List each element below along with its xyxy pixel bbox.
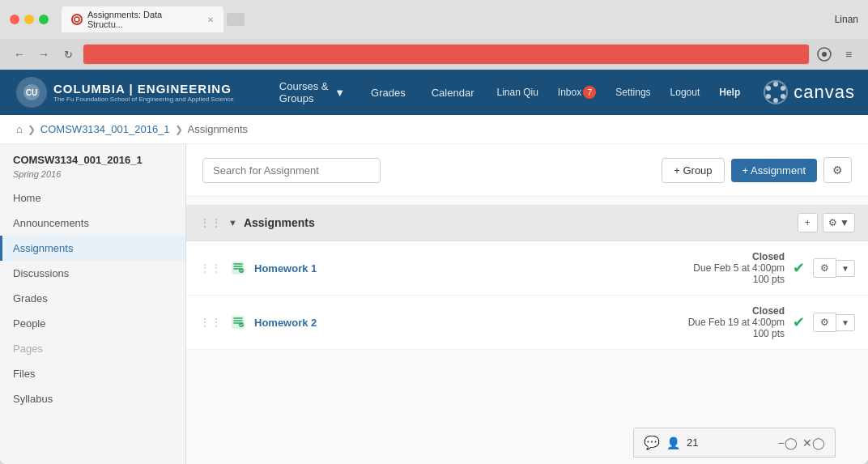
inbox-badge: 7 xyxy=(583,86,596,99)
sidebar-item-discussions[interactable]: Discussions xyxy=(0,261,185,286)
assignment-due: Due Feb 19 at 4:00pm xyxy=(639,317,785,328)
breadcrumb-sep-2: ❯ xyxy=(175,124,183,135)
add-group-button[interactable]: + Group xyxy=(662,158,724,183)
brand-text: COLUMBIA | ENGINEERING The Fu Foundation… xyxy=(53,82,234,104)
menu-icon[interactable]: ≡ xyxy=(839,45,858,64)
svg-point-6 xyxy=(773,82,778,87)
assignment-check-icon: ✔ xyxy=(793,259,805,277)
nav-courses-groups[interactable]: Courses & Groups ▼ xyxy=(266,70,358,115)
fullscreen-button[interactable] xyxy=(39,15,49,24)
content-area: + Group + Assignment ⚙ ⋮⋮ ▼ Assignments xyxy=(186,144,868,464)
tab-favicon xyxy=(71,14,83,25)
svg-point-0 xyxy=(74,17,79,22)
assignment-due: Due Feb 5 at 4:00pm xyxy=(639,262,785,274)
sidebar-item-pages[interactable]: Pages xyxy=(0,336,185,361)
canvas-ring-icon xyxy=(763,79,789,105)
people-icon: 👤 xyxy=(666,436,680,449)
assignment-settings-button[interactable]: ⚙ xyxy=(813,313,836,332)
group-toggle-icon[interactable]: ▼ xyxy=(228,218,237,228)
svg-point-11 xyxy=(766,86,771,91)
assignment-drag-handle[interactable]: ⋮⋮ xyxy=(199,262,222,275)
group-actions: + ⚙ ▼ xyxy=(798,213,855,232)
header-actions: + Group + Assignment ⚙ xyxy=(662,157,852,183)
forward-button[interactable]: → xyxy=(34,45,53,64)
home-icon[interactable]: ⌂ xyxy=(16,123,23,135)
assignment-settings-buttons: ⚙ ▼ xyxy=(813,258,855,278)
brand-title: COLUMBIA | ENGINEERING xyxy=(53,82,234,96)
canvas-logo: canvas xyxy=(763,79,855,105)
assignment-settings-buttons: ⚙ ▼ xyxy=(813,313,855,332)
active-tab[interactable]: Assignments: Data Structu... ✕ xyxy=(62,6,223,32)
svg-text:CU: CU xyxy=(26,88,37,97)
content-header: + Group + Assignment ⚙ xyxy=(186,144,868,197)
inbox-link[interactable]: Inbox 7 xyxy=(548,70,606,115)
main-content: COMSW3134_001_2016_1 Spring 2016 Home An… xyxy=(0,144,868,464)
add-assignment-button[interactable]: + Assignment xyxy=(731,159,817,182)
canvas-logo-text: canvas xyxy=(794,82,855,103)
breadcrumb: ⌂ ❯ COMSW3134_001_2016_1 ❯ Assignments xyxy=(0,115,868,144)
minimize-button[interactable] xyxy=(24,15,34,24)
breadcrumb-course-link[interactable]: COMSW3134_001_2016_1 xyxy=(40,123,170,135)
main-nav-links: Courses & Groups ▼ Grades Calendar xyxy=(250,70,487,115)
canvas-extension-icon[interactable] xyxy=(815,45,834,64)
assignments-settings-button[interactable]: ⚙ xyxy=(823,157,852,183)
canvas-logo-area: canvas xyxy=(750,70,868,115)
assignment-item: ⋮⋮ Homework 2 Closed Du xyxy=(186,296,868,350)
dropdown-arrow-icon: ▼ xyxy=(334,87,345,99)
settings-link[interactable]: Settings xyxy=(606,70,660,115)
assignment-type-icon xyxy=(230,260,246,276)
help-link[interactable]: Help xyxy=(709,70,750,115)
chat-minimize-button[interactable]: −◯ xyxy=(778,436,798,449)
assignment-name-link[interactable]: Homework 2 xyxy=(254,317,631,329)
svg-point-8 xyxy=(781,94,785,99)
group-name: Assignments xyxy=(244,216,315,229)
logout-link[interactable]: Logout xyxy=(661,70,710,115)
chat-actions: −◯ ✕◯ xyxy=(778,436,825,449)
course-title: COMSW3134_001_2016_1 xyxy=(0,144,185,168)
nav-calendar[interactable]: Calendar xyxy=(419,70,487,115)
sidebar-item-assignments[interactable]: Assignments xyxy=(0,236,185,261)
user-name-link[interactable]: Linan Qiu xyxy=(487,70,547,115)
assignment-drag-handle[interactable]: ⋮⋮ xyxy=(199,316,222,329)
group-settings-dropdown[interactable]: ⚙ ▼ xyxy=(823,213,855,232)
assignment-type-icon xyxy=(230,314,246,330)
sidebar-item-announcements[interactable]: Announcements xyxy=(0,211,185,236)
assignment-settings-dropdown-button[interactable]: ▼ xyxy=(836,260,855,277)
back-button[interactable]: ← xyxy=(10,45,29,64)
assignment-check-icon: ✔ xyxy=(793,313,805,331)
svg-point-9 xyxy=(773,98,778,103)
canvas-app: CU COLUMBIA | ENGINEERING The Fu Foundat… xyxy=(0,70,868,464)
close-button[interactable] xyxy=(10,15,19,24)
group-header-left: ⋮⋮ ▼ Assignments xyxy=(199,216,315,229)
group-add-button[interactable]: + xyxy=(798,213,818,232)
browser-toolbar: ← → ↻ ≡ xyxy=(0,39,868,70)
browser-titlebar: Assignments: Data Structu... ✕ Linan xyxy=(0,0,868,39)
address-bar[interactable] xyxy=(83,44,810,65)
tab-bar: Assignments: Data Structu... ✕ xyxy=(62,6,828,32)
top-navigation: CU COLUMBIA | ENGINEERING The Fu Foundat… xyxy=(0,70,868,115)
brand-logo-icon: CU xyxy=(16,77,47,108)
chat-close-button[interactable]: ✕◯ xyxy=(802,436,825,449)
brand-logo: CU COLUMBIA | ENGINEERING The Fu Foundat… xyxy=(16,77,234,108)
people-count: 21 xyxy=(687,436,698,449)
svg-point-2 xyxy=(822,52,827,57)
svg-point-10 xyxy=(766,94,771,99)
sidebar-navigation: Home Announcements Assignments Discussio… xyxy=(0,185,185,411)
assignment-pts: 100 pts xyxy=(639,274,785,285)
group-drag-handle[interactable]: ⋮⋮ xyxy=(199,216,222,229)
new-tab-button[interactable] xyxy=(227,13,245,26)
tab-close-icon[interactable]: ✕ xyxy=(207,15,214,24)
assignment-name-link[interactable]: Homework 1 xyxy=(254,262,631,275)
sidebar-item-files[interactable]: Files xyxy=(0,361,185,386)
sidebar-item-grades[interactable]: Grades xyxy=(0,286,185,311)
assignment-settings-button[interactable]: ⚙ xyxy=(813,258,836,278)
sidebar-item-people[interactable]: People xyxy=(0,311,185,336)
svg-point-13 xyxy=(239,268,244,273)
refresh-button[interactable]: ↻ xyxy=(58,45,78,64)
chat-bubble-icon: 💬 xyxy=(644,435,660,450)
sidebar-item-home[interactable]: Home xyxy=(0,185,185,211)
sidebar-item-syllabus[interactable]: Syllabus xyxy=(0,386,185,411)
nav-grades[interactable]: Grades xyxy=(358,70,419,115)
assignment-settings-dropdown-button[interactable]: ▼ xyxy=(836,314,855,331)
search-assignment-input[interactable] xyxy=(202,158,381,183)
